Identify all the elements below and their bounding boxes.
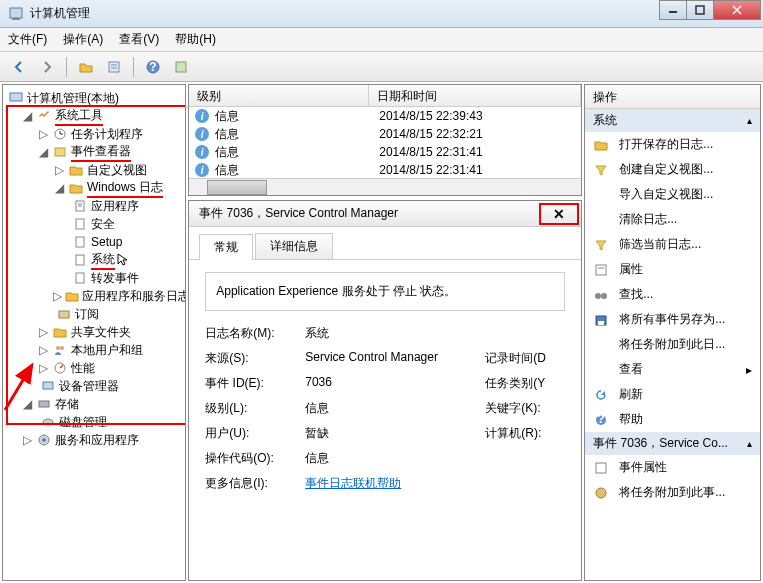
tree-security-log[interactable]: 安全 [3,215,185,233]
tree-setup-log[interactable]: Setup [3,233,185,251]
tree-system-tools[interactable]: ◢系统工具 [3,107,185,125]
col-date[interactable]: 日期和时间 [369,85,581,106]
annotation-box: ✕ [539,203,579,225]
log-icon [72,199,88,213]
action-save-all[interactable]: 将所有事件另存为... [585,307,760,332]
cell-level: 信息 [215,144,379,161]
list-row[interactable]: i信息2014/8/15 22:32:21 [189,125,581,143]
collapse-icon[interactable]: ◢ [53,181,65,195]
minimize-button[interactable] [659,0,687,20]
action-find[interactable]: 查找... [585,282,760,307]
svg-point-26 [60,346,64,350]
tree-performance[interactable]: ▷性能 [3,359,185,377]
users-icon [52,343,68,357]
tree-shared-folders[interactable]: ▷共享文件夹 [3,323,185,341]
tree-device-manager[interactable]: 设备管理器 [3,377,185,395]
tree-services-apps[interactable]: ▷服务和应用程序 [3,431,185,449]
tree-event-viewer[interactable]: ◢事件查看器 [3,143,185,161]
tree-apps-services-logs[interactable]: ▷应用程序和服务日志 [3,287,185,305]
expand-icon[interactable]: ▷ [37,127,49,141]
info-icon: i [195,163,209,177]
col-level[interactable]: 级别 [189,85,369,106]
menubar: 文件(F) 操作(A) 查看(V) 帮助(H) [0,28,763,52]
tree-forwarded-log[interactable]: 转发事件 [3,269,185,287]
tree-task-scheduler[interactable]: ▷任务计划程序 [3,125,185,143]
list-row[interactable]: i信息2014/8/15 22:39:43 [189,107,581,125]
svg-rect-11 [176,62,186,72]
maximize-button[interactable] [686,0,714,20]
collapse-icon[interactable]: ◢ [37,145,49,159]
action-attach-event[interactable]: 将任务附加到此事... [585,480,760,505]
action-view[interactable]: 查看▸ [585,357,760,382]
svg-point-37 [595,293,601,299]
refresh-button[interactable] [170,56,192,78]
value-eventid: 7036 [305,375,485,392]
tree-custom-views[interactable]: ▷自定义视图 [3,161,185,179]
action-import-custom[interactable]: 导入自定义视图... [585,182,760,207]
tree-application-log[interactable]: 应用程序 [3,197,185,215]
action-properties[interactable]: 属性 [585,257,760,282]
more-info-link[interactable]: 事件日志联机帮助 [305,475,485,492]
close-detail-button[interactable]: ✕ [553,206,565,222]
action-group-event[interactable]: 事件 7036，Service Co...▴ [585,432,760,455]
tree-root-node[interactable]: 计算机管理(本地) [3,89,185,107]
tree-label: 系统工具 [55,107,103,126]
expand-icon[interactable]: ▷ [53,289,62,303]
action-label: 清除日志... [619,211,677,228]
menu-file[interactable]: 文件(F) [8,31,47,48]
menu-view[interactable]: 查看(V) [119,31,159,48]
tree-windows-logs[interactable]: ◢Windows 日志 [3,179,185,197]
collapse-icon[interactable]: ◢ [21,397,33,411]
svg-point-38 [601,293,607,299]
log-icon [72,253,88,267]
tree-disk-mgmt[interactable]: 磁盘管理 [3,413,185,431]
action-open-saved[interactable]: 打开保存的日志... [585,132,760,157]
forward-button[interactable] [36,56,58,78]
tab-general[interactable]: 常规 [199,234,253,260]
scrollbar-thumb[interactable] [207,180,267,195]
action-create-custom[interactable]: 创建自定义视图... [585,157,760,182]
expand-icon[interactable]: ▷ [37,325,49,339]
expand-icon[interactable]: ▷ [37,361,49,375]
tree-panel[interactable]: 计算机管理(本地) ◢系统工具 ▷任务计划程序 ◢事件查看器 ▷自定义视图 ◢W… [2,84,186,581]
list-row[interactable]: i信息2014/8/15 22:31:41 [189,161,581,178]
close-button[interactable] [713,0,761,20]
tree-local-users[interactable]: ▷本地用户和组 [3,341,185,359]
action-label: 帮助 [619,411,643,428]
action-attach-task[interactable]: 将任务附加到此日... [585,332,760,357]
tree-subscriptions[interactable]: 订阅 [3,305,185,323]
menu-help[interactable]: 帮助(H) [175,31,216,48]
properties-button[interactable] [103,56,125,78]
folder-button[interactable] [75,56,97,78]
event-list: 级别 日期和时间 i信息2014/8/15 22:39:43 i信息2014/8… [188,84,582,196]
help-button[interactable]: ? [142,56,164,78]
list-body[interactable]: i信息2014/8/15 22:39:43 i信息2014/8/15 22:32… [189,107,581,178]
back-button[interactable] [8,56,30,78]
tabstrip: 常规 详细信息 [189,227,581,260]
tree-system-log[interactable]: 系统 [3,251,185,269]
tab-details[interactable]: 详细信息 [255,233,333,259]
horizontal-scrollbar[interactable] [189,178,581,195]
menu-action[interactable]: 操作(A) [63,31,103,48]
expand-icon[interactable]: ▷ [37,343,49,357]
tree-label: 系统 [91,251,115,270]
expand-icon[interactable]: ▷ [53,163,65,177]
import-icon [593,187,609,203]
expand-icon[interactable]: ▷ [21,433,33,447]
cell-date: 2014/8/15 22:31:41 [379,145,482,159]
window-title: 计算机管理 [30,5,90,22]
tree-storage[interactable]: ◢存储 [3,395,185,413]
label-logname: 日志名称(M): [205,325,305,342]
toolbar-separator [66,57,67,77]
subscription-icon [56,307,72,321]
action-help[interactable]: ?帮助 [585,407,760,432]
collapse-icon[interactable]: ◢ [21,109,33,123]
action-group-system[interactable]: 系统▴ [585,109,760,132]
label-category: 任务类别(Y [485,375,565,392]
action-clear-log[interactable]: 清除日志... [585,207,760,232]
list-row[interactable]: i信息2014/8/15 22:31:41 [189,143,581,161]
action-refresh[interactable]: 刷新 [585,382,760,407]
computer-icon [8,91,24,105]
action-event-props[interactable]: 事件属性 [585,455,760,480]
action-filter[interactable]: 筛选当前日志... [585,232,760,257]
